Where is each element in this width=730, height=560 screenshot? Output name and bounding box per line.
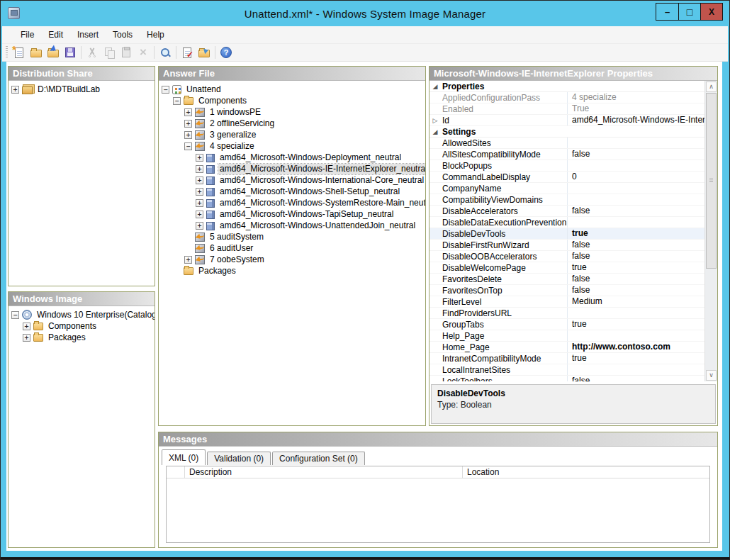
tree-item-components[interactable]: −Components <box>159 95 425 106</box>
new-answer-file-button[interactable] <box>11 44 28 61</box>
open-distribution-share-button[interactable] <box>45 44 62 61</box>
scroll-up-button[interactable]: ∧ <box>706 82 717 92</box>
tree-item-label[interactable]: 7 oobeSystem <box>208 254 266 265</box>
tree-item-label[interactable]: 1 windowsPE <box>208 107 262 118</box>
expand-plus-icon[interactable]: + <box>23 323 30 330</box>
property-row-compatibilityviewdomains[interactable]: CompatibilityViewDomains <box>429 194 704 206</box>
menu-help[interactable]: Help <box>140 28 172 42</box>
property-row-favoritesontop[interactable]: FavoritesOnTopfalse <box>429 285 704 296</box>
property-row-locktoolbars[interactable]: LockToolbarsfalse <box>429 376 704 381</box>
property-row-home-page[interactable]: Home_Pagehttp://www.contoso.com <box>429 342 704 353</box>
expand-plus-icon[interactable]: + <box>23 334 30 342</box>
row-expand-icon[interactable]: ▷ <box>429 115 441 126</box>
tab-configuration-set-0[interactable]: Configuration Set (0) <box>272 452 365 465</box>
property-value[interactable]: true <box>567 262 704 273</box>
tree-item-label[interactable]: amd64_Microsoft-Windows-Shell-Setup_neut… <box>218 186 401 197</box>
property-row-companyname[interactable]: CompanyName <box>429 183 704 194</box>
tree-item-label[interactable]: Unattend <box>185 84 223 95</box>
tree-item-3-generalize[interactable]: +3 generalize <box>159 129 425 140</box>
collapse-minus-icon[interactable]: − <box>173 97 181 105</box>
tree-item-amd64-microsoft-windows-deployment-neutr[interactable]: +amd64_Microsoft-Windows-Deployment_neut… <box>159 152 425 163</box>
property-value[interactable] <box>567 364 704 375</box>
property-value[interactable] <box>567 308 704 318</box>
property-value[interactable] <box>567 138 704 148</box>
property-row-allowedsites[interactable]: AllowedSites <box>429 138 704 149</box>
property-value[interactable]: true <box>567 228 704 239</box>
property-value[interactable]: True <box>567 103 704 114</box>
tree-item-label[interactable]: Components <box>197 96 248 106</box>
collapse-minus-icon[interactable]: − <box>184 142 192 150</box>
property-row-disablewelcomepage[interactable]: DisableWelcomePagetrue <box>429 262 704 274</box>
property-value[interactable]: false <box>567 376 704 381</box>
create-configuration-set-button[interactable] <box>196 44 213 61</box>
tree-item-packages[interactable]: Packages <box>159 265 425 276</box>
tree-item-5-auditsystem[interactable]: 5 auditSystem <box>159 231 425 242</box>
property-row-blockpopups[interactable]: BlockPopups <box>429 160 704 172</box>
property-value[interactable] <box>567 330 704 341</box>
property-row-commandlabeldisplay[interactable]: CommandLabelDisplay0 <box>429 172 704 183</box>
tree-item-unattend[interactable]: −Unattend <box>159 84 425 95</box>
property-value[interactable]: false <box>567 251 704 262</box>
tree-item-amd64-microsoft-windows-unattendedjoin-n[interactable]: +amd64_Microsoft-Windows-UnattendedJoin_… <box>159 220 425 231</box>
property-row-allsitescompatibilitymode[interactable]: AllSitesCompatibilityModefalse <box>429 149 704 160</box>
expand-plus-icon[interactable]: + <box>196 154 203 162</box>
property-row-disabledevtools[interactable]: DisableDevToolstrue <box>429 228 704 240</box>
property-row-findprovidersurl[interactable]: FindProvidersURL <box>429 308 704 319</box>
tree-item-amd64-microsoft-windows-systemrestore-ma[interactable]: +amd64_Microsoft-Windows-SystemRestore-M… <box>159 197 425 208</box>
tree-item-label[interactable]: Packages <box>197 266 237 276</box>
property-category-settings[interactable]: ◢Settings <box>429 126 704 138</box>
property-row-appliedconfigurationpass[interactable]: AppliedConfigurationPass4 specialize <box>429 92 704 103</box>
property-value[interactable]: 4 specialize <box>567 92 704 103</box>
property-value[interactable]: false <box>567 149 704 159</box>
property-category-properties[interactable]: ◢Properties <box>429 81 704 92</box>
tree-item-amd64-microsoft-windows-tapisetup-neutra[interactable]: +amd64_Microsoft-Windows-TapiSetup_neutr… <box>159 208 425 220</box>
expand-plus-icon[interactable]: + <box>196 199 203 207</box>
property-row-localintranetsites[interactable]: LocalIntranetSites <box>429 364 704 376</box>
tree-item-label[interactable]: 4 specialize <box>208 141 256 152</box>
property-row-intranetcompatibilitymode[interactable]: IntranetCompatibilityModetrue <box>429 353 704 364</box>
property-value[interactable]: false <box>567 285 704 296</box>
tree-item-1-windowspe[interactable]: +1 windowsPE <box>159 106 425 118</box>
tree-item-amd64-microsoft-windows-ie-internetexplo[interactable]: +amd64_Microsoft-Windows-IE-InternetExpl… <box>159 163 425 174</box>
find-button[interactable] <box>157 44 174 61</box>
property-value[interactable] <box>567 194 704 205</box>
property-value[interactable] <box>567 160 704 171</box>
expand-plus-icon[interactable]: + <box>196 177 203 184</box>
property-value[interactable]: Medium <box>567 296 704 307</box>
tree-item-label[interactable]: amd64_Microsoft-Windows-Deployment_neutr… <box>218 152 403 163</box>
open-answer-file-button[interactable] <box>28 44 45 61</box>
expand-plus-icon[interactable]: + <box>196 222 203 230</box>
property-row-disableaccelerators[interactable]: DisableAcceleratorsfalse <box>429 206 704 217</box>
tree-item-label[interactable]: 6 auditUser <box>208 243 254 254</box>
close-button[interactable] <box>700 4 722 20</box>
tree-item-6-audituser[interactable]: 6 auditUser <box>159 242 425 254</box>
property-value[interactable]: false <box>567 240 704 250</box>
property-value[interactable]: true <box>567 319 704 330</box>
property-row-disabledataexecutionprevention[interactable]: DisableDataExecutionPrevention <box>429 217 704 228</box>
minimize-button[interactable] <box>656 4 678 20</box>
property-value[interactable] <box>567 217 704 228</box>
help-button[interactable]: ? <box>218 44 235 61</box>
property-row-help-page[interactable]: Help_Page <box>429 330 704 342</box>
property-row-id[interactable]: ▷Idamd64_Microsoft-Windows-IE-InternetEx <box>429 115 704 126</box>
expand-plus-icon[interactable]: + <box>196 165 203 173</box>
property-value[interactable]: false <box>567 274 704 284</box>
property-row-favoritesdelete[interactable]: FavoritesDeletefalse <box>429 274 704 285</box>
property-grid-scrollbar[interactable]: ∧ ∨ <box>704 81 717 381</box>
tree-item-components[interactable]: +Components <box>9 320 155 332</box>
save-answer-file-button[interactable] <box>62 44 79 61</box>
tree-item-label[interactable]: 5 auditSystem <box>208 232 265 242</box>
expand-plus-icon[interactable]: + <box>184 120 192 128</box>
property-value[interactable]: true <box>567 353 704 364</box>
tree-item-label[interactable]: Windows 10 Enterprise(Catalog) <box>35 310 155 320</box>
expand-plus-icon[interactable]: + <box>184 256 192 264</box>
expand-plus-icon[interactable]: + <box>196 211 203 218</box>
tree-item-label[interactable]: amd64_Microsoft-Windows-International-Co… <box>218 175 425 186</box>
menu-tools[interactable]: Tools <box>106 28 140 42</box>
property-value[interactable]: 0 <box>567 172 704 182</box>
tree-item-label[interactable]: D:\MDTBuildLab <box>36 84 101 95</box>
scroll-down-button[interactable]: ∨ <box>706 370 717 381</box>
property-row-grouptabs[interactable]: GroupTabstrue <box>429 319 704 330</box>
scrollbar-thumb[interactable] <box>706 93 717 269</box>
expand-plus-icon[interactable]: + <box>11 86 19 94</box>
